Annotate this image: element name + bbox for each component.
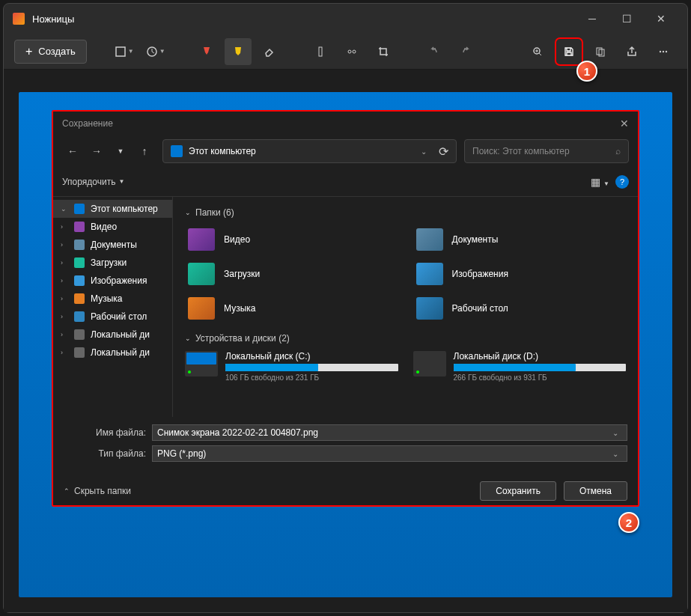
folders-grid: ВидеоДокументыЗагрузкиИзображенияМузыкаР… <box>185 225 626 323</box>
save-dialog: Сохранение ✕ ← → ▼ ↑ Этот компьютер ⌄ ⟳ <box>52 110 639 507</box>
breadcrumb[interactable]: Этот компьютер ⌄ ⟳ <box>162 139 457 163</box>
app-window: Ножницы ─ ☐ ✕ + Создать ▼ ▼ <box>3 3 688 613</box>
chevron-down-icon[interactable]: ⌄ <box>421 147 427 156</box>
chevron-down-icon: ⌄ <box>185 209 191 216</box>
mode-dropdown[interactable]: ▼ <box>111 38 138 65</box>
dialog-actions: ⌃ Скрыть папки Сохранить Отмена <box>53 474 638 505</box>
view-mode-button[interactable]: ▦ ▼ <box>591 176 609 188</box>
hide-folders-toggle[interactable]: ⌃ Скрыть папки <box>64 486 131 496</box>
dialog-titlebar: Сохранение ✕ <box>53 112 638 135</box>
sidebar: ⌄Этот компьютер›Видео›Документы›Загрузки… <box>53 197 173 417</box>
eraser-tool[interactable] <box>256 38 283 65</box>
folder-icon <box>416 228 443 251</box>
filetype-label: Тип файла: <box>64 448 146 459</box>
pen-tool[interactable] <box>193 38 220 65</box>
folder-icon <box>74 257 85 268</box>
refresh-button[interactable]: ⟳ <box>439 144 448 159</box>
folder-item[interactable]: Музыка <box>185 294 398 323</box>
chevron-down-icon[interactable]: ▼ <box>110 141 131 162</box>
folder-icon <box>74 222 85 232</box>
folder-item[interactable]: Рабочий стол <box>413 294 627 323</box>
content-area: Сохранение ✕ ← → ▼ ↑ Этот компьютер ⌄ ⟳ <box>4 70 687 612</box>
share-button[interactable] <box>618 38 645 65</box>
folder-icon <box>416 263 443 285</box>
save-confirm-button[interactable]: Сохранить <box>480 481 556 501</box>
folder-item[interactable]: Загрузки <box>185 260 398 288</box>
dialog-title: Сохранение <box>62 118 113 129</box>
folder-item[interactable]: Видео <box>185 225 398 254</box>
zoom-button[interactable] <box>524 38 551 65</box>
folders-header[interactable]: ⌄ Папки (6) <box>185 207 626 218</box>
folder-icon <box>74 347 85 358</box>
annotation-badge-2: 2 <box>618 512 639 533</box>
sidebar-item[interactable]: ›Изображения <box>53 272 172 290</box>
sidebar-item[interactable]: ›Музыка <box>53 290 172 308</box>
new-button[interactable]: + Создать <box>14 40 87 64</box>
touch-tool[interactable] <box>338 38 365 65</box>
sidebar-item-label: Видео <box>91 222 117 232</box>
ruler-tool[interactable] <box>307 38 334 65</box>
sidebar-item[interactable]: ›Локальный ди <box>53 326 172 344</box>
sidebar-item[interactable]: ›Рабочий стол <box>53 308 172 326</box>
filename-input[interactable]: Снимок экрана 2022-02-21 004807.png ⌄ <box>152 424 627 441</box>
chevron-down-icon[interactable]: ⌄ <box>609 450 622 458</box>
folder-label: Изображения <box>452 269 508 279</box>
more-button[interactable] <box>650 38 677 65</box>
folder-icon <box>74 329 85 340</box>
highlighter-tool[interactable] <box>225 38 252 65</box>
folder-icon <box>74 311 85 322</box>
sidebar-item-label: Изображения <box>91 275 147 286</box>
search-input[interactable]: Поиск: Этот компьютер ⌕ <box>464 139 629 163</box>
chevron-down-icon[interactable]: ⌄ <box>609 429 622 437</box>
close-button[interactable]: ✕ <box>644 7 678 31</box>
annotation-badge-1: 1 <box>576 61 597 82</box>
sidebar-item[interactable]: ›Локальный ди <box>53 344 172 362</box>
folder-icon <box>74 204 85 214</box>
folder-label: Загрузки <box>224 269 260 279</box>
folder-label: Рабочий стол <box>452 303 508 314</box>
sidebar-item[interactable]: ›Загрузки <box>53 254 172 272</box>
folder-label: Документы <box>452 234 499 245</box>
delay-dropdown[interactable]: ▼ <box>142 38 169 65</box>
dialog-body: ⌄Этот компьютер›Видео›Документы›Загрузки… <box>53 197 638 417</box>
svg-point-3 <box>348 50 351 53</box>
forward-button[interactable]: → <box>86 141 107 162</box>
crop-tool[interactable] <box>370 38 397 65</box>
folder-icon <box>74 240 85 250</box>
svg-point-9 <box>663 50 664 52</box>
drive-item[interactable]: Локальный диск (C:)106 ГБ свободно из 23… <box>185 351 398 382</box>
search-icon: ⌕ <box>615 146 621 156</box>
sidebar-item[interactable]: ›Видео <box>53 218 172 236</box>
filetype-dropdown[interactable]: PNG (*.png) ⌄ <box>152 445 627 462</box>
cancel-button[interactable]: Отмена <box>564 481 627 501</box>
drives-header[interactable]: ⌄ Устройства и диски (2) <box>185 333 626 344</box>
sidebar-item-label: Рабочий стол <box>91 311 147 322</box>
plus-icon: + <box>25 45 32 58</box>
up-button[interactable]: ↑ <box>134 141 155 162</box>
redo-button[interactable] <box>452 38 479 65</box>
maximize-button[interactable]: ☐ <box>609 7 644 31</box>
chevron-down-icon: ▼ <box>159 48 165 55</box>
folder-icon <box>74 293 85 304</box>
sidebar-item[interactable]: ⌄Этот компьютер <box>53 200 172 218</box>
sidebar-item[interactable]: ›Документы <box>53 236 172 254</box>
svg-point-8 <box>660 50 661 52</box>
save-button[interactable] <box>555 38 582 65</box>
chevron-icon: › <box>61 295 68 302</box>
chevron-icon: › <box>61 259 68 266</box>
drive-item[interactable]: Локальный диск (D:)266 ГБ свободно из 93… <box>413 351 627 382</box>
main-pane: ⌄ Папки (6) ВидеоДокументыЗагрузкиИзобра… <box>173 197 638 417</box>
drive-icon <box>413 351 446 376</box>
dialog-close-button[interactable]: ✕ <box>620 118 629 129</box>
breadcrumb-text: Этот компьютер <box>189 146 415 156</box>
drive-icon <box>185 351 218 376</box>
organize-dropdown[interactable]: Упорядочить ▼ <box>62 177 124 187</box>
folder-item[interactable]: Изображения <box>413 260 627 288</box>
minimize-button[interactable]: ─ <box>575 7 609 31</box>
undo-button[interactable] <box>421 38 448 65</box>
help-button[interactable]: ? <box>615 175 629 189</box>
app-icon <box>13 13 25 25</box>
folder-label: Музыка <box>224 303 255 314</box>
back-button[interactable]: ← <box>62 141 83 162</box>
folder-item[interactable]: Документы <box>413 225 627 254</box>
